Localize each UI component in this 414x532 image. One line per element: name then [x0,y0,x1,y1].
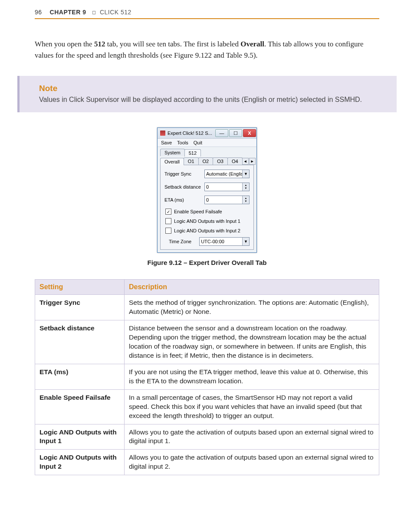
col-description: Description [125,280,379,295]
setting-desc: If you are not using the ETA trigger met… [125,364,379,389]
maximize-icon: ☐ [233,131,238,136]
table-row: ETA (ms) If you are not using the ETA tr… [35,364,379,389]
setting-name: Trigger Sync [35,295,125,320]
tab-o4[interactable]: O4 [227,157,243,165]
setting-desc: Allows you to gate the activation of out… [125,424,379,450]
minimize-icon: — [220,131,224,136]
setting-desc: Allows you to gate the activation of out… [125,450,379,475]
tabs-sub: Overall O1 O2 O3 O4 ◄ ► [158,156,256,165]
chevron-right-icon: ► [250,159,254,163]
setting-name: Logic AND Outputs with Input 2 [35,450,125,475]
titlebar[interactable]: Expert Click! 512 S... — ☐ X [158,128,256,139]
logic-and-input1-label: Logic AND Outputs with Input 1 [174,219,240,224]
note-body: Values in Click Supervisor will be displ… [39,95,384,104]
setting-desc: In a small percentage of cases, the Smar… [125,389,379,424]
table-row: Logic AND Outputs with Input 2 Allows yo… [35,450,379,475]
setting-name: Setback distance [35,320,125,364]
checkbox-unchecked-icon[interactable] [165,218,171,224]
trigger-sync-label: Trigger Sync [164,171,204,176]
setting-name: Logic AND Outputs with Input 1 [35,424,125,450]
menu-save[interactable]: Save [161,140,172,145]
enable-speed-failsafe-row[interactable]: ✓ Enable Speed Failsafe [165,209,250,215]
timezone-label: Time Zone [169,239,191,244]
page-number: 96 [35,9,42,16]
minimize-button[interactable]: — [215,129,228,137]
setback-value: 0 [206,184,209,189]
chevron-down-icon: ▼ [242,238,249,245]
checkbox-checked-icon[interactable]: ✓ [165,209,171,215]
intro-paragraph: When you open the 512 tab, you will see … [35,39,379,61]
page-header: 96 CHAPTER 9 ◻ CLICK 512 [35,9,379,19]
tab-512[interactable]: 512 [184,149,201,157]
setting-desc: Distance between the sensor and a downst… [125,320,379,364]
setting-name: Enable Speed Failsafe [35,389,125,424]
overall-panel: Trigger Sync Automatic (English) ▼ Setba… [160,165,254,250]
tabs-top: System 512 [158,147,256,156]
setting-desc: Sets the method of trigger synchronizati… [125,295,379,320]
setback-label: Setback distance [164,184,204,189]
table-row: Trigger Sync Sets the method of trigger … [35,295,379,320]
tab-o3[interactable]: O3 [213,157,228,165]
tab-scroll: ◄ ► [242,158,256,165]
settings-table: Setting Description Trigger Sync Sets th… [35,279,379,475]
menubar: Save Tools Quit [158,139,256,147]
chevron-down-icon: ▼ [242,170,249,178]
figure-caption: Figure 9.12 – Expert Driver Overall Tab [148,259,267,266]
menu-quit[interactable]: Quit [194,140,202,145]
maximize-button[interactable]: ☐ [229,129,242,137]
close-icon: X [248,131,251,136]
note-title: Note [39,84,384,93]
tab-o2[interactable]: O2 [198,157,214,165]
chapter-number: CHAPTER 9 [50,9,86,16]
tab-scroll-right[interactable]: ► [249,158,256,165]
eta-input[interactable]: 0 ▲▼ [204,196,250,204]
tab-overall[interactable]: Overall [160,158,184,165]
timezone-combo[interactable]: UTC-00:00 ▼ [199,237,250,246]
timezone-value: UTC-00:00 [201,239,224,244]
eta-label: ETA (ms) [164,197,204,202]
chapter-sep: ◻ CLICK 512 [88,9,131,16]
table-row: Enable Speed Failsafe In a small percent… [35,389,379,424]
logic-and-input2-row[interactable]: Logic AND Outputs with Input 2 [165,228,250,234]
tab-system[interactable]: System [160,149,185,156]
setback-input[interactable]: 0 ▲▼ [204,183,250,191]
chapter-label: CHAPTER 9 ◻ CLICK 512 [50,9,131,16]
expert-dialog: Expert Click! 512 S... — ☐ X Save Tools … [157,127,257,253]
spinner-icon[interactable]: ▲▼ [242,196,249,204]
trigger-sync-value: Automatic (English) [206,171,247,176]
logic-and-input2-label: Logic AND Outputs with Input 2 [174,228,240,233]
table-row: Logic AND Outputs with Input 1 Allows yo… [35,424,379,450]
tab-scroll-left[interactable]: ◄ [242,158,249,165]
spinner-icon[interactable]: ▲▼ [242,183,249,191]
setting-name: ETA (ms) [35,364,125,389]
app-icon [160,131,165,136]
note-box: Note Values in Click Supervisor will be … [17,76,397,112]
window-title: Expert Click! 512 S... [168,131,215,136]
table-row: Setback distance Distance between the se… [35,320,379,364]
tab-o1[interactable]: O1 [184,157,199,165]
enable-speed-failsafe-label: Enable Speed Failsafe [174,209,222,214]
eta-value: 0 [206,197,209,202]
logic-and-input1-row[interactable]: Logic AND Outputs with Input 1 [165,218,250,224]
col-setting: Setting [35,280,125,295]
menu-tools[interactable]: Tools [177,140,188,145]
chevron-left-icon: ◄ [243,159,247,163]
trigger-sync-combo[interactable]: Automatic (English) ▼ [204,170,250,178]
close-button[interactable]: X [243,129,256,137]
checkbox-unchecked-icon[interactable] [165,228,171,234]
